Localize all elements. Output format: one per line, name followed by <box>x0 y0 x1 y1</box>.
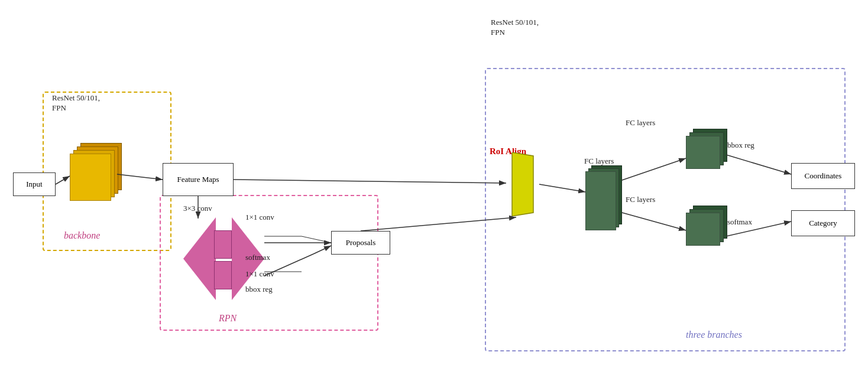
bbox-reg-label-rpn: bbox reg <box>245 285 273 294</box>
svg-marker-0 <box>512 152 533 216</box>
proposals-box: Proposals <box>331 231 390 255</box>
rpn-pink-rect-top <box>214 230 232 259</box>
softmax-label-top: softmax <box>245 253 270 262</box>
three-branches-label: three branches <box>686 330 742 340</box>
input-box: Input <box>13 172 56 196</box>
conv-1x1-label-top: 1×1 conv <box>245 213 274 222</box>
resnet-label-top: ResNet 50/101,FPN <box>491 18 539 38</box>
svg-line-6 <box>234 180 506 183</box>
fc-layers-label-top: FC layers <box>626 118 655 128</box>
roi-align-shape <box>506 152 539 219</box>
diagram-container: ResNet 50/101,FPN ResNet 50/101,FPN back… <box>0 0 868 391</box>
rpn-pink-left-arrow <box>183 217 216 300</box>
bbox-reg-label-top: bbox reg <box>727 141 754 150</box>
fc-layers-label-middle: FC layers <box>584 157 614 166</box>
fc-layers-label-bottom: FC layers <box>626 195 655 204</box>
input-label: Input <box>26 180 42 189</box>
coordinates-label: Coordinates <box>805 171 842 181</box>
coordinates-box: Coordinates <box>791 163 855 189</box>
backbone-label: backbone <box>64 230 100 241</box>
feature-maps-label: Feature Maps <box>177 175 219 184</box>
conv-1x1-label-bottom: 1×1 conv <box>245 269 274 279</box>
proposals-label: Proposals <box>346 238 376 247</box>
category-label: Category <box>809 219 837 228</box>
feature-maps-box: Feature Maps <box>163 163 234 196</box>
category-box: Category <box>791 210 855 236</box>
rpn-pink-rect-bottom <box>214 261 232 289</box>
softmax-label-bottom: softmax <box>727 217 752 227</box>
conv-3x3-label: 3×3 conv <box>183 204 212 213</box>
rpn-label: RPN <box>219 313 237 324</box>
resnet-label-backbone: ResNet 50/101,FPN <box>52 93 100 113</box>
